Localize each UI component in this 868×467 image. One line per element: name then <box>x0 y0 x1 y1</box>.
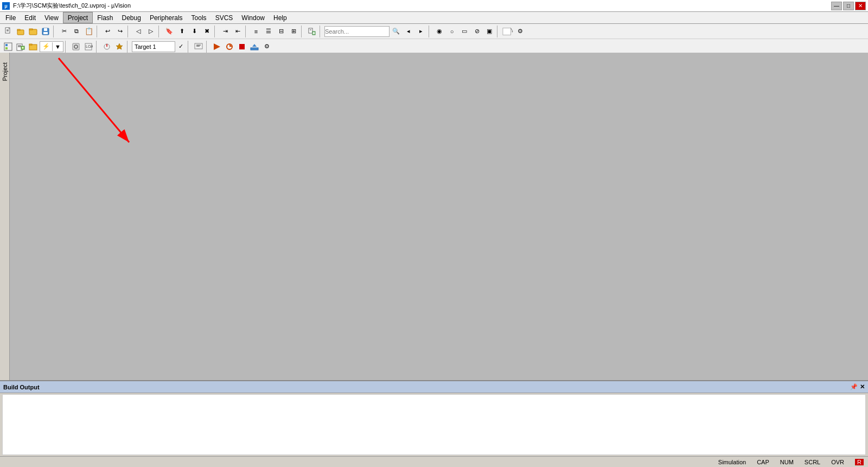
search-find-button[interactable]: 🔍 <box>390 26 402 37</box>
target-check-button[interactable]: ✓ <box>176 41 186 53</box>
menu-peripherals[interactable]: Peripherals <box>145 12 187 23</box>
status-ovr: OVR <box>831 459 844 465</box>
main-editor-area <box>10 53 868 380</box>
undo-button[interactable]: ↩ <box>101 26 113 37</box>
menu-tools[interactable]: Tools <box>187 12 211 23</box>
svg-rect-11 <box>309 28 312 33</box>
svg-line-17 <box>510 28 513 31</box>
status-simulation: Simulation <box>718 459 746 465</box>
separator-6 <box>245 26 248 37</box>
load-button[interactable]: LOAD <box>82 41 94 53</box>
copy-button[interactable]: ⧉ <box>71 26 82 37</box>
format4-button[interactable]: ⊞ <box>288 26 299 37</box>
menu-file[interactable]: File <box>1 12 20 23</box>
svg-rect-9 <box>44 28 47 31</box>
svg-rect-21 <box>5 47 8 49</box>
debug-view-button[interactable] <box>193 41 205 53</box>
search-input[interactable] <box>324 26 390 37</box>
menu-flash[interactable]: Flash <box>93 12 117 23</box>
svg-rect-43 <box>239 44 245 49</box>
maximize-button[interactable]: □ <box>843 2 854 10</box>
search-prev-button[interactable]: ◂ <box>403 26 414 37</box>
status-scrl: SCRL <box>805 459 820 465</box>
separator-7 <box>301 26 304 37</box>
build-target-button[interactable] <box>211 41 223 53</box>
separator-3 <box>127 26 131 37</box>
svg-rect-29 <box>29 44 32 45</box>
svg-rect-7 <box>29 29 33 30</box>
open-folder-button[interactable] <box>27 26 39 37</box>
close-button[interactable]: ✕ <box>855 2 866 10</box>
bookmark-next[interactable]: ⬇ <box>188 26 200 37</box>
menu-window[interactable]: Window <box>237 12 269 23</box>
format2-button[interactable]: ☰ <box>263 26 275 37</box>
open-file-button[interactable] <box>15 26 27 37</box>
new-file-button[interactable] <box>2 26 14 37</box>
separator-11 <box>65 41 68 53</box>
nav-back-button[interactable]: ◁ <box>132 26 144 37</box>
svg-marker-18 <box>512 31 513 33</box>
view-combo[interactable] <box>502 26 514 37</box>
redo-button[interactable]: ↪ <box>114 26 126 37</box>
close-panel-button[interactable]: ✕ <box>860 383 865 390</box>
format-button[interactable]: ≡ <box>250 26 262 37</box>
separator-15 <box>206 41 209 53</box>
menu-edit[interactable]: Edit <box>20 12 40 23</box>
separator-9 <box>429 26 432 37</box>
svg-rect-44 <box>251 48 258 50</box>
title-bar: μ F:\学习\SCM实验\test\ch_02.uvproj - µVisio… <box>0 0 868 12</box>
menu-debug[interactable]: Debug <box>118 12 145 23</box>
bookmark-prev[interactable]: ⬆ <box>176 26 188 37</box>
target-name-input[interactable] <box>132 41 175 52</box>
separator-5 <box>214 26 218 37</box>
draw-rect-button[interactable]: ▭ <box>458 26 470 37</box>
cut-button[interactable]: ✂ <box>58 26 70 37</box>
debug-settings-button[interactable] <box>101 41 113 53</box>
download-button[interactable] <box>248 41 260 53</box>
menu-project[interactable]: Project <box>63 12 93 23</box>
menu-view[interactable]: View <box>40 12 63 23</box>
bottom-panel-header: Build Output 📌 ✕ <box>0 381 868 393</box>
menu-svcs[interactable]: SVCS <box>211 12 238 23</box>
draw-fill-button[interactable]: ◉ <box>433 26 445 37</box>
minimize-button[interactable]: — <box>831 2 842 10</box>
bookmark-clear[interactable]: ✖ <box>201 26 213 37</box>
left-sidebar: Project <box>0 53 10 380</box>
svg-marker-40 <box>214 43 220 50</box>
sidebar-project-label[interactable]: Project <box>1 58 9 85</box>
target-dropdown[interactable]: ⚡ ▼ <box>40 41 63 52</box>
svg-marker-45 <box>252 44 257 47</box>
separator-14 <box>188 41 191 53</box>
draw-select-button[interactable]: ▣ <box>483 26 495 37</box>
pin-icon[interactable]: 📌 <box>850 383 858 390</box>
draw-erase-button[interactable]: ⊘ <box>471 26 483 37</box>
rebuild-button[interactable] <box>224 41 235 53</box>
bottom-panel-title: Build Output <box>3 384 40 390</box>
svg-rect-5 <box>17 29 20 30</box>
paste-button[interactable]: 📋 <box>83 26 95 37</box>
config-button[interactable] <box>70 41 82 53</box>
status-bar: Simulation CAP NUM SCRL OVR R <box>0 456 868 467</box>
stop-build-button[interactable] <box>236 41 248 53</box>
unindent-button[interactable]: ⇤ <box>232 26 244 37</box>
insert-button[interactable] <box>306 26 318 37</box>
project-window-button[interactable] <box>2 41 14 53</box>
wizard-button[interactable] <box>113 41 125 53</box>
open-project-button[interactable] <box>27 41 39 53</box>
nav-forward-button[interactable]: ▷ <box>145 26 157 37</box>
view-settings-button[interactable]: ⚙ <box>514 26 526 37</box>
format3-button[interactable]: ⊟ <box>275 26 287 37</box>
new-project-button[interactable] <box>15 41 27 53</box>
svg-marker-36 <box>116 43 123 49</box>
indent-button[interactable]: ⇥ <box>219 26 231 37</box>
title-text: F:\学习\SCM实验\test\ch_02.uvproj - µVision <box>13 2 131 10</box>
draw-circle-button[interactable]: ○ <box>446 26 458 37</box>
menu-help[interactable]: Help <box>269 12 291 23</box>
bookmark-toggle[interactable]: 🔖 <box>163 26 175 37</box>
separator-13 <box>127 41 130 53</box>
search-next-button[interactable]: ▸ <box>415 26 427 37</box>
separator-4 <box>158 26 162 37</box>
save-button[interactable] <box>40 26 52 37</box>
svg-text:LOAD: LOAD <box>86 45 93 48</box>
settings2-button[interactable]: ⚙ <box>261 41 273 53</box>
